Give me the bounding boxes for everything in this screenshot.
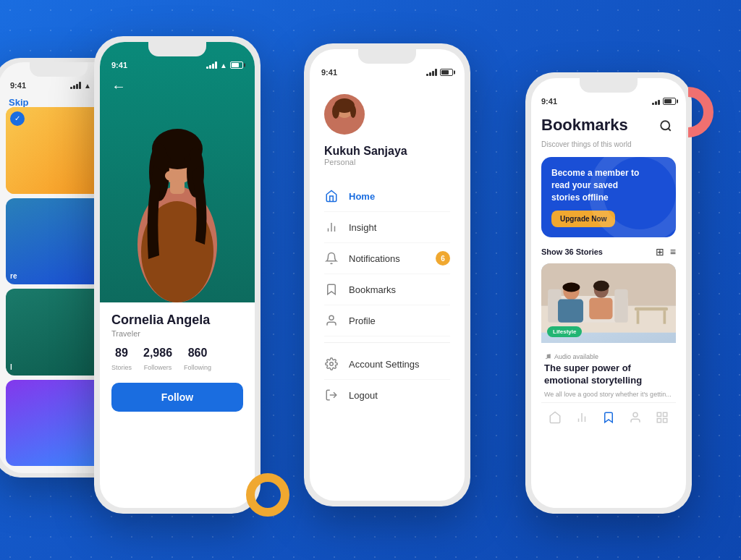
card-3-label: l [10,363,12,371]
profile-name: Cornelia Angela [111,313,243,328]
back-arrow[interactable]: ← [111,78,126,94]
nav-chart[interactable] [573,409,590,426]
nav-grid[interactable] [653,409,671,426]
profile-title: Traveler [111,329,243,338]
svg-rect-30 [637,311,640,324]
battery-3 [440,69,453,76]
phone-3: 9:41 K [304,43,470,506]
nav-person[interactable] [627,409,644,426]
wifi-1: ▲ [84,82,91,90]
status-icons-4 [652,98,676,105]
menu-item-insight[interactable]: Insight [324,212,450,243]
notch-3 [358,49,416,64]
svg-rect-44 [658,418,661,422]
svg-rect-42 [658,412,661,416]
notch-1 [30,62,88,77]
menu-item-bookmarks[interactable]: Bookmarks [324,274,450,305]
stat-following-num: 860 [184,347,211,360]
bookmarks-subtitle: Discover things of this world [541,140,676,148]
menu-item-notifications[interactable]: Notifications 6 [324,243,450,274]
follow-button[interactable]: Follow [111,383,243,412]
logout-icon [324,388,339,402]
promo-card: Become a member to read your saved stori… [541,157,676,237]
svg-point-19 [330,362,334,366]
stat-followers: 2,986 Followers [143,347,172,373]
stat-stories-num: 89 [111,347,132,360]
svg-point-13 [332,104,339,119]
time-1: 9:41 [10,81,26,90]
settings-icon [324,357,339,371]
profile-stats: 89 Stories 2,986 Followers 860 Following [111,347,243,373]
menu-content: Kukuh Sanjaya Personal Home [310,80,465,419]
insight-icon [324,220,339,234]
bookmarks-content: Bookmarks Discover things of this world … [531,109,686,436]
battery-fill-2 [232,63,239,67]
bookmarks-header: Bookmarks [541,116,676,136]
menu-label-insight: Insight [349,222,450,233]
notifications-icon [324,251,339,266]
story-title: The super power of emotional storytellin… [544,362,673,387]
svg-rect-37 [589,298,612,319]
signal-1 [70,82,81,89]
home-icon [324,189,339,203]
signal-2 [206,61,217,69]
menu-label-bookmarks: Bookmarks [349,284,450,295]
back-btn[interactable]: ← [100,72,255,101]
menu-label-home: Home [349,191,450,202]
list-view-icon[interactable]: ≡ [670,246,676,258]
bookmarks-icon [324,282,339,297]
bookmarks-title: Bookmarks [541,116,628,135]
woman-svg [119,100,235,302]
notch-2 [148,42,206,56]
story-excerpt: We all love a good story whether it's ge… [544,390,673,399]
signal-3 [426,69,437,76]
menu-item-settings[interactable]: Account Settings [324,349,450,380]
story-card[interactable]: Lifestyle Audio available The super powe… [541,263,676,402]
svg-point-14 [350,105,356,118]
svg-point-9 [165,170,182,182]
battery-2 [230,61,243,69]
menu-item-logout[interactable]: Logout [324,380,450,410]
promo-text: Become a member to read your saved stori… [551,167,645,203]
nav-home[interactable] [546,409,564,426]
svg-line-22 [668,128,670,130]
notch-4 [580,78,638,93]
audio-available-text: Audio available [554,353,598,360]
status-icons-3 [426,69,453,76]
grid-view-icon[interactable]: ⊞ [656,246,664,258]
nav-bookmark[interactable] [600,409,617,426]
svg-rect-43 [664,412,667,416]
phone-2: 9:41 ▲ ← [94,36,261,514]
notifications-badge: 6 [436,251,450,266]
menu-subtitle: Personal [324,158,450,166]
audio-available: Audio available [544,353,673,360]
svg-rect-29 [635,307,668,311]
menu-label-logout: Logout [349,390,450,401]
phone-4-wrapper: 9:41 Bookmarks [531,78,686,436]
time-3: 9:41 [321,68,337,77]
search-icon [659,119,672,132]
menu-item-home[interactable]: Home [324,181,450,212]
phone-2-screen: 9:41 ▲ ← [100,42,255,508]
menu-divider [324,342,450,343]
battery-fill-3 [441,70,449,75]
menu-username: Kukuh Sanjaya [324,145,450,158]
svg-rect-45 [664,418,667,422]
stories-header: Show 36 Stories ⊞ ≡ [541,246,676,258]
story-image: Lifestyle [541,263,676,343]
svg-point-41 [633,412,638,417]
svg-point-36 [593,281,609,292]
stat-followers-lbl: Followers [144,364,172,371]
upgrade-button[interactable]: Upgrade Now [551,211,615,227]
battery-fill-4 [664,99,672,103]
audio-icon [544,353,551,360]
svg-point-8 [184,156,191,162]
deco-ring-bottom [246,473,289,517]
svg-point-21 [661,121,669,130]
search-btn[interactable] [656,116,676,136]
svg-rect-6 [170,179,185,194]
menu-item-profile[interactable]: Profile [324,305,450,336]
svg-rect-28 [614,289,627,323]
phone-4: 9:41 Bookmarks [525,72,692,514]
status-icons-2: ▲ [206,61,243,69]
